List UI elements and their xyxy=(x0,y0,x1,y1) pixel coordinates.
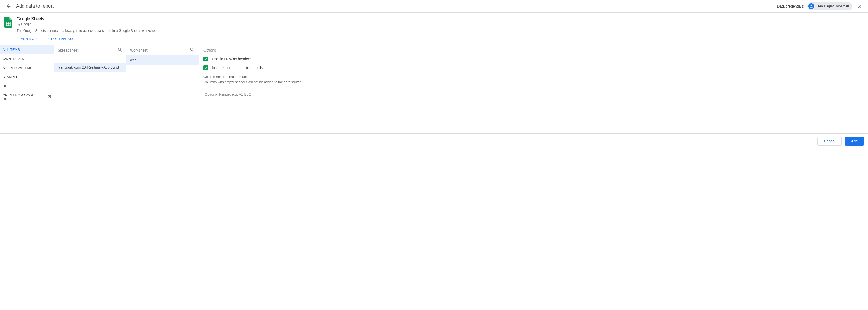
google-sheets-icon xyxy=(4,17,12,27)
worksheet-column-label: Worksheet xyxy=(130,48,148,52)
sidebar-item-owned-by-me[interactable]: OWNED BY ME xyxy=(0,54,54,63)
spreadsheet-item[interactable]: ryanpraski.com GA Realtime - App Script xyxy=(54,63,126,72)
open-external-icon xyxy=(47,95,51,100)
dialog-header: Add data to report Data credentials: Ere… xyxy=(0,0,868,12)
search-icon[interactable] xyxy=(117,47,123,53)
sidebar-item-label: OPEN FROM GOOGLE DRIVE xyxy=(3,93,45,101)
connector-description: The Google Sheets connector allows you t… xyxy=(17,29,158,33)
back-button[interactable] xyxy=(4,2,13,11)
report-issue-link[interactable]: REPORT AN ISSUE xyxy=(46,37,77,40)
check-icon xyxy=(204,57,208,61)
sidebar-item-url[interactable]: URL xyxy=(0,82,54,91)
sidebar-item-shared-with-me[interactable]: SHARED WITH ME xyxy=(0,63,54,73)
sidebar-item-all-items[interactable]: ALL ITEMS xyxy=(0,45,54,54)
worksheet-item[interactable]: web xyxy=(126,55,198,65)
spreadsheet-column-label: Spreadsheet xyxy=(58,48,78,52)
close-button[interactable] xyxy=(856,2,864,10)
dialog-title: Add data to report xyxy=(16,3,54,9)
sidebar-item-open-drive[interactable]: OPEN FROM GOOGLE DRIVE xyxy=(0,91,54,104)
back-arrow-icon xyxy=(6,3,11,9)
add-button[interactable]: Add xyxy=(845,137,864,146)
avatar xyxy=(808,3,814,9)
optional-range-input[interactable] xyxy=(204,91,294,98)
worksheet-column: Worksheet web xyxy=(126,45,199,133)
dialog-footer: Cancel Add xyxy=(0,134,868,149)
sidebar-item-starred[interactable]: STARRED xyxy=(0,73,54,82)
checkbox-include-hidden-label: Include hidden and filtered cells xyxy=(212,66,263,70)
learn-more-link[interactable]: LEARN MORE xyxy=(17,37,39,40)
cancel-button[interactable]: Cancel xyxy=(817,137,842,146)
selection-panels: ALL ITEMS OWNED BY ME SHARED WITH ME STA… xyxy=(0,45,868,134)
options-note: Column headers must be unique. Columns w… xyxy=(204,74,863,84)
close-icon xyxy=(857,4,862,9)
options-panel: Options Use first row as headers Include… xyxy=(199,45,868,133)
source-sidebar: ALL ITEMS OWNED BY ME SHARED WITH ME STA… xyxy=(0,45,54,133)
connector-name: Google Sheets xyxy=(17,17,158,21)
user-chip[interactable]: Eren Dağlar Boosmart xyxy=(807,2,852,10)
options-title: Options xyxy=(204,48,863,52)
checkbox-first-row-label: Use first row as headers xyxy=(212,57,251,61)
credentials-label: Data credentials: xyxy=(777,4,804,8)
spreadsheet-column: Spreadsheet ryanpraski.com GA Realtime -… xyxy=(54,45,126,133)
user-name: Eren Dağlar Boosmart xyxy=(816,4,849,8)
connector-author: By Google xyxy=(17,22,158,26)
checkbox-first-row-headers[interactable] xyxy=(204,57,208,61)
search-icon[interactable] xyxy=(190,47,195,53)
connector-info: Google Sheets By Google The Google Sheet… xyxy=(0,12,868,45)
checkbox-include-hidden[interactable] xyxy=(204,65,208,70)
person-icon xyxy=(809,4,813,8)
check-icon xyxy=(204,66,208,69)
